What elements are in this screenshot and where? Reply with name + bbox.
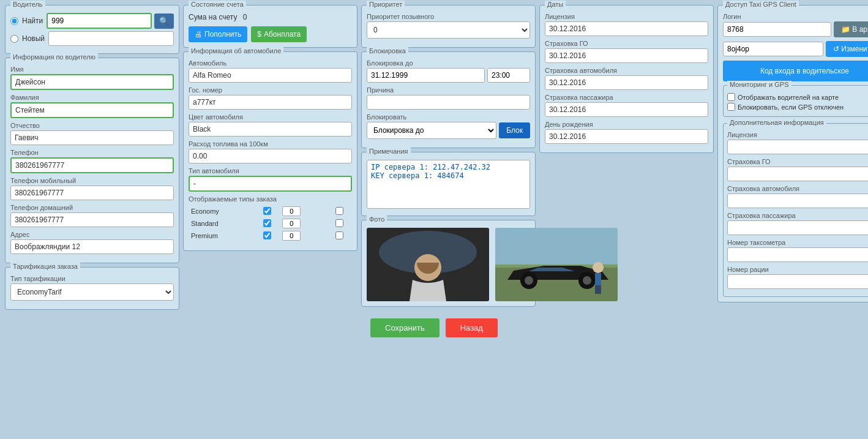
dates-legend: Даты [545,1,566,8]
extra-info-legend: Дополнительная информация [727,119,826,126]
name-label: Имя [10,66,174,73]
extra-license-input[interactable] [727,140,868,154]
car-type-input[interactable] [189,176,352,192]
block-type-select[interactable]: Блокировка до Навсегда [367,122,496,139]
table-row: Standard [189,217,352,230]
license-date-input[interactable] [545,21,708,36]
subscription-button[interactable]: $ Абонплата [251,26,307,42]
save-button[interactable]: Сохранить [370,318,440,337]
ins-pass-label: Страховка пассажира [545,94,708,101]
order-types-label: Отображаемые типы заказа [189,195,352,203]
surname-label: Фамилия [10,94,174,101]
block-if-gps-label: Блокировать, если GPS отключен [738,103,844,111]
login-field-label: Логин [723,13,868,20]
block-if-gps-checkbox[interactable] [727,103,735,111]
table-row: Premium [189,230,352,242]
patronymic-input[interactable] [10,130,174,145]
tariff-panel: Тарификация заказа Тип тарификации Econo… [5,267,179,310]
standard-count[interactable] [282,219,301,228]
show-on-map-label: Отображать водителей на карте [738,94,839,101]
car-input[interactable] [189,68,352,83]
driver-legend: Водитель [10,1,45,8]
table-row: Economy [189,205,352,217]
gov-label: Гос. номер [189,86,352,94]
driver-code-button[interactable]: Код входа в водительское [723,61,868,81]
address-label: Адрес [10,231,174,238]
dates-panel: Даты Лицензия Страховка ГО Страховка авт… [539,5,714,153]
sum-value: 0 [243,13,247,21]
tariff-type-label: Тип тарификации [10,275,174,282]
mobile-input[interactable] [10,186,174,200]
birthday-label: День рождения [545,121,708,128]
order-type-name: Premium [189,230,254,242]
block-time-input[interactable] [487,68,530,83]
radio-input[interactable] [727,274,868,289]
address-input[interactable] [10,239,174,254]
priority-label: Приоритет позывного [367,13,530,20]
extra-ins-go-input[interactable] [727,167,868,181]
ins-car-input[interactable] [545,75,708,90]
extra-license-label: Лицензия [727,131,868,138]
extra-ins-pass-input[interactable] [727,220,868,235]
premium-checkbox[interactable] [263,231,271,239]
new-radio[interactable] [10,35,18,43]
account-panel: Состояние счета Сума на счету 0 🖨 Пополн… [183,5,357,48]
surname-input[interactable] [10,102,174,118]
block-button[interactable]: Блок [499,122,530,138]
notes-textarea[interactable]: IP сервера 1: 212.47.242.32 KEY сервера … [367,160,530,209]
priority-panel: Приоритет Приоритет позывного 0 1 2 3 [361,5,536,48]
taxi-gps-panel: Доступ Taxi GPS Client Логин 📁 В архив [717,5,868,302]
show-on-map-checkbox[interactable] [727,93,735,101]
monitoring-section: Мониторинг и GPS Отображать водителей на… [723,85,868,117]
priority-select[interactable]: 0 1 2 3 [367,21,530,39]
gov-input[interactable] [189,95,352,110]
color-input[interactable] [189,122,352,137]
ins-pass-input[interactable] [545,102,708,117]
phone-input[interactable] [10,157,174,173]
login-input[interactable] [723,22,831,37]
find-radio[interactable] [10,17,18,25]
reason-label: Причина [367,86,530,94]
photo-car[interactable] [495,228,618,301]
new-input[interactable] [48,31,174,46]
taximeter-input[interactable] [727,247,868,262]
change-button[interactable]: ↺ Изменить [826,41,868,57]
photo-driver[interactable] [367,228,489,301]
password-input[interactable] [723,42,823,56]
driver-panel: Водитель Найти 🔍 Новый [5,5,179,54]
tariff-type-select[interactable]: EconomyTarif StandardTarif PremiumTarif [10,283,174,301]
refresh-icon: ↺ [833,45,839,53]
premium-count[interactable] [282,231,301,241]
extra-ins-pass-label: Страховка пассажира [727,212,868,219]
ins-go-label: Страховка ГО [545,40,708,47]
top-up-button[interactable]: 🖨 Пополнить [189,26,247,42]
car-info-legend: Информация об автомобиле [189,47,283,54]
birthday-input[interactable] [545,129,708,144]
radio-label: Номер рации [727,266,868,273]
back-button[interactable]: Назад [446,318,498,337]
economy-checkbox2[interactable] [335,207,343,215]
monitoring-legend: Мониторинг и GPS [727,81,791,88]
reason-input[interactable] [367,95,530,110]
order-types-table: Economy Standard [189,205,352,242]
fuel-label: Расход топлива на 100км [189,140,352,148]
economy-count[interactable] [282,206,301,216]
extra-ins-car-input[interactable] [727,193,868,208]
archive-button[interactable]: 📁 В архив [834,21,868,37]
dollar-icon: $ [257,30,261,39]
search-button[interactable]: 🔍 [154,13,174,29]
home-input[interactable] [10,212,174,227]
standard-checkbox2[interactable] [335,219,343,227]
bottom-bar: Сохранить Назад [5,315,863,341]
driver-info-legend: Информация по водителю [10,53,98,61]
ins-go-input[interactable] [545,48,708,63]
ins-car-label: Страховка автомобиля [545,67,708,74]
standard-checkbox[interactable] [263,219,271,227]
order-type-name: Economy [189,205,254,217]
economy-checkbox[interactable] [263,207,271,215]
block-date-input[interactable] [367,68,485,83]
premium-checkbox2[interactable] [335,231,343,239]
name-input[interactable] [10,74,174,90]
fuel-input[interactable] [189,149,352,163]
find-input[interactable] [47,13,152,29]
